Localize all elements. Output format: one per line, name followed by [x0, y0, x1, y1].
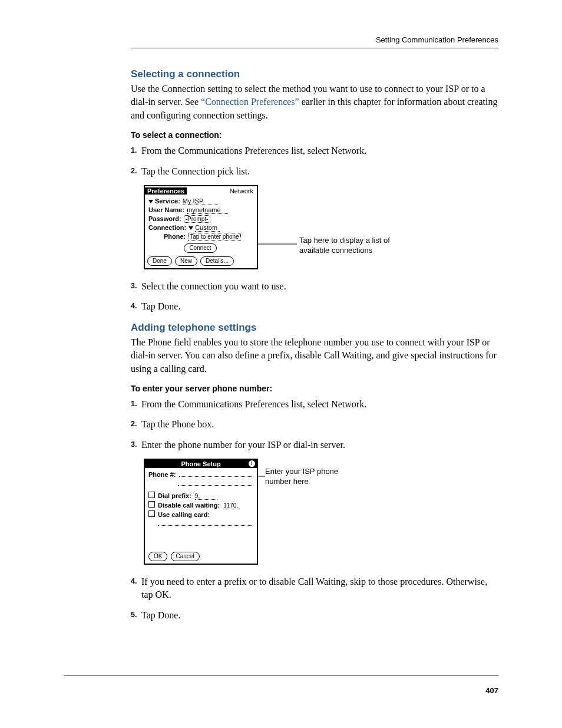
figure-preferences-network: Preferences Network Service: My ISP User… — [144, 185, 498, 269]
step-text: Select the connection you want to use. — [141, 280, 286, 293]
use-calling-card-checkbox[interactable] — [148, 510, 155, 517]
username-value[interactable]: mynetname — [187, 206, 228, 214]
use-calling-card-label: Use calling card: — [158, 511, 210, 518]
callout-leader-2 — [258, 459, 265, 481]
section-title-selecting: Selecting a connection — [131, 68, 498, 80]
header-rule — [131, 48, 498, 48]
step-number: 3. — [131, 280, 141, 293]
username-label: User Name: — [148, 206, 184, 213]
step-text: From the Communications Preferences list… — [141, 398, 366, 411]
connection-label: Connection: — [148, 224, 186, 231]
calling-card-field[interactable] — [158, 519, 253, 526]
step-text: Enter the phone number for your ISP or d… — [141, 439, 345, 452]
dial-prefix-checkbox[interactable] — [148, 492, 155, 498]
palm1-title-left: Preferences — [145, 187, 187, 195]
ok-button[interactable]: OK — [148, 552, 167, 561]
dial-prefix-label: Dial prefix: — [158, 492, 191, 499]
service-label: Service: — [155, 197, 180, 205]
connection-preferences-link[interactable]: “Connection Preferences” — [201, 97, 299, 107]
disable-call-waiting-checkbox[interactable] — [148, 501, 155, 508]
connect-button[interactable]: Connect — [184, 243, 216, 253]
dial-prefix-value[interactable]: 9, — [195, 493, 217, 500]
connection-value[interactable]: Custom — [195, 224, 220, 232]
service-value[interactable]: My ISP — [183, 197, 218, 205]
step-text: Tap the Connection pick list. — [141, 165, 250, 178]
phone-number-label: Phone #: — [148, 471, 176, 478]
figure-phone-setup: Phone Setup i Phone #: Dial prefix: 9, D… — [144, 459, 498, 565]
disable-call-waiting-value[interactable]: 1170, — [223, 502, 240, 509]
section2-intro: The Phone field enables you to store the… — [131, 336, 498, 375]
done-button[interactable]: Done — [147, 256, 172, 266]
new-button[interactable]: New — [175, 256, 197, 266]
step-number: 2. — [131, 165, 141, 178]
password-value[interactable]: -Prompt- — [184, 215, 210, 223]
step-number: 4. — [131, 575, 141, 602]
phone-number-field[interactable] — [179, 470, 253, 477]
step-number: 2. — [131, 418, 141, 431]
phone-number-field-line2[interactable] — [178, 479, 253, 486]
step-text: Tap Done. — [141, 609, 180, 622]
phone-value[interactable]: Tap to enter phone — [188, 233, 240, 241]
callout-leader — [258, 185, 299, 250]
password-label: Password: — [148, 215, 181, 222]
step-number: 5. — [131, 609, 141, 622]
step-text: From the Communications Preferences list… — [141, 144, 366, 157]
callout-connection-list: Tap here to display a list of available … — [299, 185, 394, 256]
step-number: 3. — [131, 439, 141, 452]
page-number: 407 — [485, 686, 498, 695]
procedure-title-enter-phone: To enter your server phone number: — [131, 384, 498, 393]
cancel-button[interactable]: Cancel — [171, 552, 200, 561]
dropdown-icon — [189, 226, 193, 230]
footer-rule — [64, 676, 498, 676]
palm2-title: Phone Setup — [181, 460, 220, 467]
details-button[interactable]: Details... — [200, 256, 234, 266]
running-header: Setting Communication Preferences — [131, 35, 498, 44]
step-number: 1. — [131, 144, 141, 157]
section1-intro: Use the Connection setting to select the… — [131, 83, 498, 122]
step-number: 1. — [131, 398, 141, 411]
phone-label: Phone: — [164, 233, 186, 240]
step-text: Tap the Phone box. — [141, 418, 214, 431]
step-text: Tap Done. — [141, 300, 180, 313]
step-number: 4. — [131, 300, 141, 313]
palm-preferences-screenshot: Preferences Network Service: My ISP User… — [144, 185, 258, 269]
procedure-title-select-connection: To select a connection: — [131, 130, 498, 140]
palm1-title-right: Network — [230, 187, 253, 195]
section-title-adding-telephone: Adding telephone settings — [131, 322, 498, 334]
dropdown-icon — [148, 200, 153, 203]
info-icon[interactable]: i — [249, 460, 255, 467]
step-text: If you need to enter a prefix or to disa… — [141, 575, 498, 602]
callout-enter-isp-phone: Enter your ISP phone number here — [265, 459, 359, 487]
palm-phone-setup-screenshot: Phone Setup i Phone #: Dial prefix: 9, D… — [144, 459, 258, 565]
disable-call-waiting-label: Disable call waiting: — [158, 502, 220, 509]
